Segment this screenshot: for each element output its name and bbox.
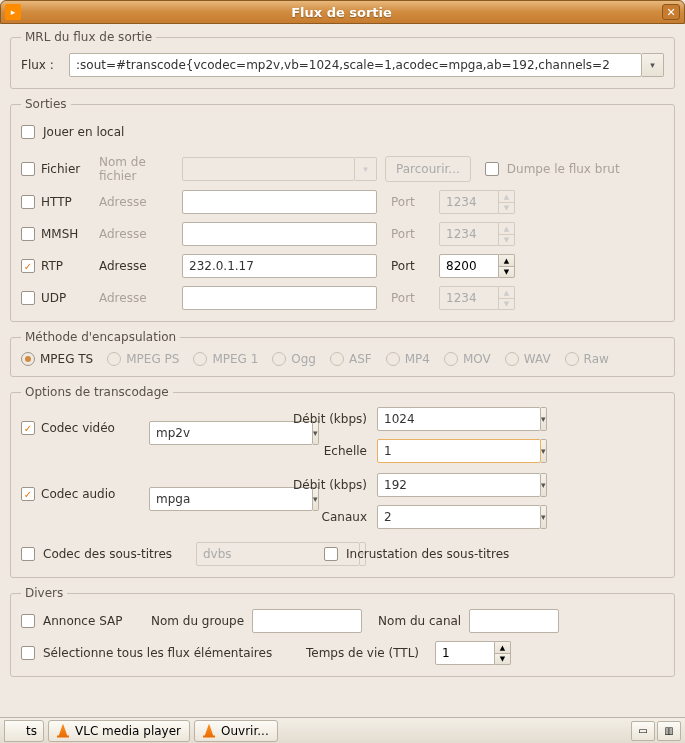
rtp-port-down[interactable] [499, 266, 515, 278]
sub-overlay-checkbox[interactable] [324, 547, 338, 561]
scale-dropdown[interactable] [541, 439, 547, 463]
encaps-opt-2: MPEG 1 [212, 352, 258, 366]
udp-port-down [499, 298, 515, 310]
transcode-legend: Options de transcodage [21, 385, 173, 399]
acodec-checkbox[interactable] [21, 487, 35, 501]
udp-label: UDP [41, 291, 66, 305]
dump-raw-checkbox[interactable] [485, 162, 499, 176]
vcodec-checkbox[interactable] [21, 421, 35, 435]
acodec-label: Codec audio [41, 487, 115, 501]
encaps-opt-5: MP4 [405, 352, 430, 366]
encaps-opt-4: ASF [349, 352, 372, 366]
tray-show-desktop[interactable]: ▭ [631, 721, 655, 741]
encapsulation-group: Méthode d'encapsulation MPEG TS MPEG PS … [10, 330, 675, 377]
tray-window-list[interactable]: ▥ [657, 721, 681, 741]
udp-checkbox[interactable] [21, 291, 35, 305]
encaps-opt-1: MPEG PS [126, 352, 179, 366]
file-name-input [182, 157, 355, 181]
udp-port-label: Port [391, 291, 431, 305]
vbitrate-dropdown[interactable] [541, 407, 547, 431]
rtp-port-up[interactable] [499, 254, 515, 266]
rtp-address-label: Adresse [99, 259, 174, 273]
scale-input[interactable] [377, 439, 541, 463]
mrl-legend: MRL du flux de sortie [21, 30, 156, 44]
abitrate-input[interactable] [377, 473, 541, 497]
ttl-down[interactable] [495, 653, 511, 665]
channel-name-label: Nom du canal [378, 614, 461, 628]
task-vlc[interactable]: VLC media player [48, 720, 190, 742]
rtp-label: RTP [41, 259, 63, 273]
encaps-mov-radio [444, 352, 458, 366]
http-checkbox[interactable] [21, 195, 35, 209]
vlc-icon: ▸ [5, 4, 21, 20]
mrl-input[interactable] [69, 53, 642, 77]
encaps-mpegts-radio[interactable] [21, 352, 35, 366]
misc-group: Divers Annonce SAP Nom du groupe Nom du … [10, 586, 675, 677]
encaps-mpeg1-radio [193, 352, 207, 366]
sap-checkbox[interactable] [21, 614, 35, 628]
channels-dropdown[interactable] [541, 505, 547, 529]
scodec-label: Codec des sous-titres [43, 547, 188, 561]
encaps-mp4-radio [386, 352, 400, 366]
sub-overlay-label: Incrustation des sous-titres [346, 547, 509, 561]
encaps-opt-8: Raw [584, 352, 609, 366]
udp-port-input [439, 286, 499, 310]
rtp-port-label: Port [391, 259, 431, 273]
task-fragment[interactable]: ts [4, 720, 44, 742]
http-address-input[interactable] [182, 190, 377, 214]
file-checkbox[interactable] [21, 162, 35, 176]
udp-address-input[interactable] [182, 286, 377, 310]
file-name-dropdown [355, 157, 377, 181]
transcode-group: Options de transcodage Codec vidéo Débit… [10, 385, 675, 578]
abitrate-dropdown[interactable] [541, 473, 547, 497]
rtp-port-input[interactable] [439, 254, 499, 278]
rtp-checkbox[interactable] [21, 259, 35, 273]
http-port-up [499, 190, 515, 202]
scale-label: Echelle [277, 444, 367, 458]
select-all-label: Sélectionne tous les flux élémentaires [43, 646, 298, 660]
select-all-checkbox[interactable] [21, 646, 35, 660]
taskbar: ts VLC media player Ouvrir... ▭ ▥ [0, 717, 685, 743]
ttl-input[interactable] [435, 641, 495, 665]
vlc-cone-icon [57, 724, 69, 738]
ttl-up[interactable] [495, 641, 511, 653]
mmsh-port-down [499, 234, 515, 246]
channel-name-input[interactable] [469, 609, 559, 633]
mmsh-label: MMSH [41, 227, 78, 241]
play-local-checkbox[interactable] [21, 125, 35, 139]
vbitrate-input[interactable] [377, 407, 541, 431]
encaps-ogg-radio [272, 352, 286, 366]
mmsh-address-input[interactable] [182, 222, 377, 246]
rtp-address-input[interactable] [182, 254, 377, 278]
channels-input[interactable] [377, 505, 541, 529]
encapsulation-legend: Méthode d'encapsulation [21, 330, 180, 344]
group-name-label: Nom du groupe [151, 614, 244, 628]
browse-button: Parcourir... [385, 156, 471, 182]
mrl-group: MRL du flux de sortie Flux : [10, 30, 675, 89]
mmsh-address-label: Adresse [99, 227, 174, 241]
encaps-mpegps-radio [107, 352, 121, 366]
http-address-label: Adresse [99, 195, 174, 209]
task-open[interactable]: Ouvrir... [194, 720, 278, 742]
vlc-cone-icon [203, 724, 215, 738]
encaps-raw-radio [565, 352, 579, 366]
titlebar: ▸ Flux de sortie ✕ [0, 0, 685, 24]
udp-port-up [499, 286, 515, 298]
close-icon[interactable]: ✕ [662, 4, 680, 20]
scodec-checkbox[interactable] [21, 547, 35, 561]
flux-label: Flux : [21, 58, 61, 72]
mmsh-port-up [499, 222, 515, 234]
sap-label: Annonce SAP [43, 614, 143, 628]
misc-legend: Divers [21, 586, 67, 600]
outputs-legend: Sorties [21, 97, 71, 111]
encaps-opt-6: MOV [463, 352, 491, 366]
abitrate-label: Débit (kbps) [277, 478, 367, 492]
encaps-wav-radio [505, 352, 519, 366]
http-port-input [439, 190, 499, 214]
group-name-input[interactable] [252, 609, 362, 633]
encaps-opt-3: Ogg [291, 352, 316, 366]
http-port-label: Port [391, 195, 431, 209]
mmsh-checkbox[interactable] [21, 227, 35, 241]
mrl-dropdown-button[interactable] [642, 53, 664, 77]
encaps-asf-radio [330, 352, 344, 366]
